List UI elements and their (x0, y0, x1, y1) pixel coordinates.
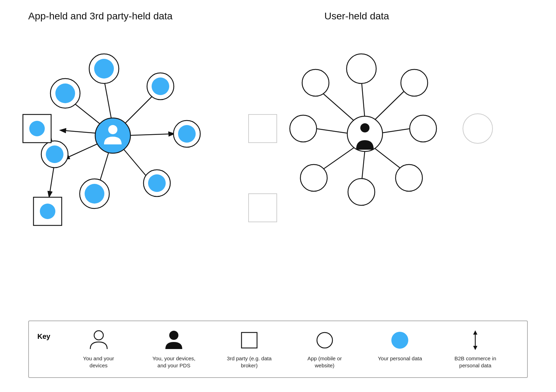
svg-point-41 (396, 164, 422, 191)
svg-line-30 (361, 79, 365, 120)
svg-point-38 (347, 54, 376, 83)
key-item-b2b-label: B2B commerce in personal data (451, 355, 500, 369)
key-item-personal-data: Your personal data (375, 330, 424, 362)
person-filled-icon (165, 330, 183, 351)
svg-point-19 (85, 184, 104, 204)
svg-point-43 (300, 164, 327, 191)
svg-point-42 (348, 179, 375, 205)
svg-point-25 (29, 121, 45, 136)
key-item-you-devices-pds-label: You, your devices, and your PDS (149, 355, 198, 369)
svg-point-28 (95, 118, 130, 153)
key-item-app: App (mobile or website) (300, 330, 349, 369)
bidirectional-arrow-icon (470, 330, 481, 351)
svg-point-27 (40, 204, 55, 219)
svg-marker-58 (473, 346, 477, 350)
svg-rect-47 (249, 194, 277, 222)
svg-point-21 (46, 145, 63, 163)
person-outline-icon (90, 330, 108, 351)
svg-point-23 (55, 83, 75, 103)
title-right: User-held data (324, 11, 389, 22)
svg-line-36 (316, 129, 352, 134)
svg-line-35 (321, 146, 356, 171)
key-item-b2b: B2B commerce in personal data (451, 330, 500, 369)
key-item-you-devices-pds: You, your devices, and your PDS (149, 330, 198, 369)
svg-rect-53 (242, 332, 257, 348)
svg-point-54 (317, 332, 332, 348)
svg-point-50 (360, 123, 369, 132)
svg-line-33 (372, 146, 404, 171)
svg-point-48 (463, 114, 493, 143)
key-item-app-label: App (mobile or website) (300, 355, 349, 369)
page-container: App-held and 3rd party-held data User-he… (0, 0, 556, 392)
svg-marker-57 (473, 330, 477, 335)
svg-point-15 (178, 125, 196, 143)
svg-point-13 (152, 77, 169, 95)
svg-line-31 (372, 92, 404, 123)
svg-point-45 (302, 69, 329, 96)
key-box: Key You and your devices (28, 321, 528, 378)
title-left: App-held and 3rd party-held data (28, 11, 172, 22)
key-item-third-party: 3rd party (e.g. data broker) (225, 330, 274, 369)
svg-point-17 (148, 174, 166, 192)
square-icon (240, 330, 258, 351)
diagram-svg (0, 25, 556, 264)
svg-point-44 (290, 115, 317, 142)
svg-point-29 (108, 125, 117, 134)
key-item-personal-data-label: Your personal data (378, 355, 422, 362)
svg-point-39 (401, 69, 428, 96)
svg-point-51 (94, 331, 103, 340)
key-label: Key (37, 332, 50, 341)
circle-blue-icon (391, 330, 409, 351)
svg-point-55 (391, 332, 408, 349)
key-item-you-devices: You and your devices (74, 330, 123, 369)
circle-outline-icon (316, 330, 334, 351)
svg-point-52 (169, 331, 178, 340)
key-items: You and your devices You, your devices, … (61, 330, 513, 369)
svg-rect-46 (249, 114, 277, 143)
key-item-you-devices-label: You and your devices (74, 355, 123, 369)
key-item-third-party-label: 3rd party (e.g. data broker) (225, 355, 274, 369)
svg-point-11 (94, 59, 114, 79)
svg-line-37 (321, 92, 356, 123)
svg-point-40 (410, 115, 436, 142)
